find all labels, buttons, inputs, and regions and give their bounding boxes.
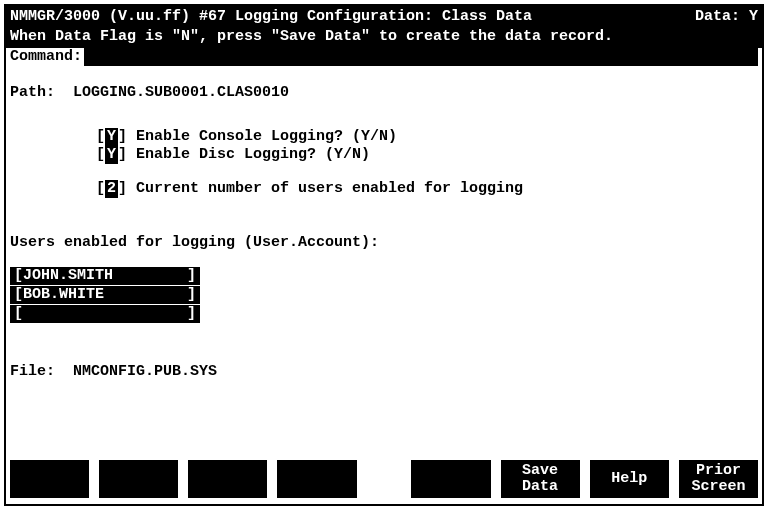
header-hint: When Data Flag is "N", press "Save Data"… (6, 28, 762, 48)
option-disc: [Y] Enable Disc Logging? (Y/N) (96, 146, 758, 164)
user-field-2[interactable]: [BOB.WHITE] (10, 286, 200, 304)
users-block: Users enabled for logging (User.Account)… (10, 234, 758, 323)
disc-logging-field[interactable]: Y (105, 146, 118, 164)
fkey-1[interactable] (10, 460, 89, 498)
path-value: LOGGING.SUB0001.CLAS0010 (73, 84, 289, 101)
terminal-frame: NMMGR/3000 (V.uu.ff) #67 Logging Configu… (4, 4, 764, 506)
function-keys: SaveData Help PriorScreen (10, 460, 758, 498)
help-button[interactable]: Help (590, 460, 669, 498)
body: Path: LOGGING.SUB0001.CLAS0010 [Y] Enabl… (6, 66, 762, 385)
users-heading: Users enabled for logging (User.Account)… (10, 234, 758, 252)
file-row: File: NMCONFIG.PUB.SYS (10, 363, 758, 381)
command-row: Command: (6, 48, 762, 66)
save-data-button[interactable]: SaveData (501, 460, 580, 498)
fkey-5[interactable] (411, 460, 490, 498)
data-flag: Data: Y (695, 8, 758, 26)
fkey-2[interactable] (99, 460, 178, 498)
path-row: Path: LOGGING.SUB0001.CLAS0010 (10, 84, 758, 102)
fkey-3[interactable] (188, 460, 267, 498)
command-label: Command: (6, 48, 84, 66)
option-console: [Y] Enable Console Logging? (Y/N) (96, 128, 758, 146)
user-count-value: 2 (105, 180, 118, 198)
user-field-1[interactable]: [JOHN.SMITH] (10, 267, 200, 285)
user-field-3[interactable]: [] (10, 305, 200, 323)
option-count: [2] Current number of users enabled for … (96, 180, 758, 198)
console-logging-field[interactable]: Y (105, 128, 118, 146)
file-value: NMCONFIG.PUB.SYS (73, 363, 217, 380)
command-input[interactable] (84, 48, 758, 66)
screen-title: NMMGR/3000 (V.uu.ff) #67 Logging Configu… (10, 8, 532, 26)
fkey-gap (367, 460, 402, 498)
fkey-4[interactable] (277, 460, 356, 498)
header-bar: NMMGR/3000 (V.uu.ff) #67 Logging Configu… (6, 6, 762, 28)
prior-screen-button[interactable]: PriorScreen (679, 460, 758, 498)
